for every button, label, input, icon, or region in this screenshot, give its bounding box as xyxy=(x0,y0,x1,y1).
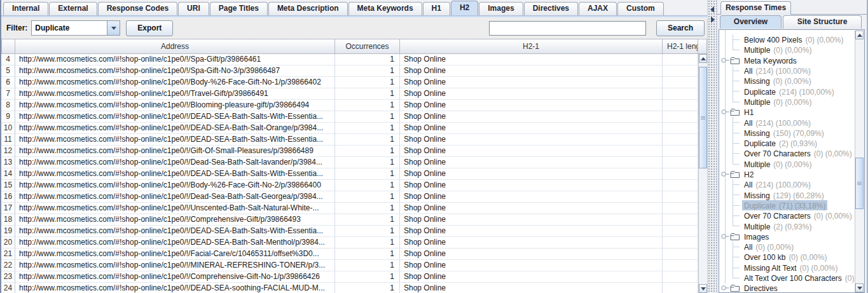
tree-item[interactable]: All(214) (100,00%) xyxy=(719,179,854,189)
table-row[interactable]: 19 http://www.mcosmetics.com/#!shop-onli… xyxy=(1,226,698,237)
tab-response-times[interactable]: Response Times xyxy=(720,1,791,15)
table-row[interactable]: 11 http://www.mcosmetics.com/#!shop-onli… xyxy=(1,134,698,146)
tree-item[interactable]: Multiple(0) (0,00%) xyxy=(719,44,854,55)
tree-item[interactable]: Multiple(0) (0,00%) xyxy=(719,159,854,169)
collapse-left-icon[interactable] xyxy=(710,6,714,13)
tree-item[interactable]: Over 70 Characters(0) (0,00%) xyxy=(719,210,854,221)
column-header-occurrences[interactable]: Occurrences xyxy=(335,39,400,54)
tree-item[interactable]: All(0) (0,00%) xyxy=(719,242,854,252)
column-header-rownum[interactable] xyxy=(1,39,15,54)
cell-h2-1-length xyxy=(663,123,698,134)
tree-item[interactable]: H1 xyxy=(719,107,854,117)
tree-item[interactable]: All(214) (100,00%) xyxy=(719,117,854,127)
table-row[interactable]: 22 http://www.mcosmetics.com/#!shop-onli… xyxy=(1,260,698,271)
table-row[interactable]: 17 http://www.mcosmetics.com/#!shop-onli… xyxy=(1,203,698,214)
main-tab[interactable]: Page Titles xyxy=(210,2,268,15)
main-tab[interactable]: H2 xyxy=(451,1,478,15)
main-tab[interactable]: H1 xyxy=(423,2,450,15)
table-row[interactable]: 23 http://www.mcosmetics.com/#!shop-onli… xyxy=(1,271,698,283)
search-input[interactable] xyxy=(489,21,646,36)
main-tab[interactable]: External xyxy=(49,2,97,15)
table-row[interactable]: 10 http://www.mcosmetics.com/#!shop-onli… xyxy=(1,123,698,134)
table-row[interactable]: 14 http://www.mcosmetics.com/#!shop-onli… xyxy=(1,168,698,180)
export-button[interactable]: Export xyxy=(126,20,173,36)
tree-scrollbar-thumb[interactable] xyxy=(855,158,864,209)
tree-item[interactable]: Directives xyxy=(719,283,854,292)
expand-handle-icon[interactable] xyxy=(720,170,729,179)
tree-item[interactable]: All(214) (100,00%) xyxy=(719,65,854,76)
filter-label: Filter: xyxy=(6,24,27,32)
tree-item[interactable]: Below 400 Pixels(0) (0,00%) xyxy=(719,34,854,44)
table-row[interactable]: 5 http://www.mcosmetics.com/#!shop-onlin… xyxy=(1,65,698,77)
tree-item[interactable]: Missing(0) (0,00%) xyxy=(719,76,854,86)
cell-occurrences: 1 xyxy=(335,157,400,168)
expand-handle-icon[interactable] xyxy=(720,283,729,292)
expand-handle-icon[interactable] xyxy=(720,232,729,241)
tree-scroll-down-icon[interactable] xyxy=(855,283,864,292)
table-row[interactable]: 20 http://www.mcosmetics.com/#!shop-onli… xyxy=(1,237,698,249)
cell-h2-1: Shop Online xyxy=(400,134,663,146)
main-tab[interactable]: Internal xyxy=(3,2,48,15)
tree-scrollbar[interactable] xyxy=(855,31,864,292)
main-tab[interactable]: Directives xyxy=(524,2,578,15)
tree-item[interactable]: Missing(150) (70,09%) xyxy=(719,128,854,138)
table-row[interactable]: 13 http://www.mcosmetics.com/#!shop-onli… xyxy=(1,157,698,168)
dropdown-arrow-icon[interactable] xyxy=(107,21,120,35)
table-row[interactable]: 16 http://www.mcosmetics.com/#!shop-onli… xyxy=(1,191,698,203)
search-button[interactable]: Search xyxy=(656,20,705,36)
tree-tick-line xyxy=(733,50,740,50)
tree-item[interactable]: Meta Keywords xyxy=(719,55,854,65)
expand-handle-icon[interactable] xyxy=(720,56,729,65)
main-tab[interactable]: Custom xyxy=(617,2,664,15)
tree-item[interactable]: Over 100 kb(0) (0,00%) xyxy=(719,252,854,262)
folder-icon xyxy=(730,233,740,241)
table-row[interactable]: 12 http://www.mcosmetics.com/#!shop-onli… xyxy=(1,146,698,157)
scroll-up-arrow-icon[interactable] xyxy=(699,54,707,63)
table-scrollbar-thumb[interactable] xyxy=(699,67,707,168)
table-row[interactable]: 8 http://www.mcosmetics.com/#!shop-onlin… xyxy=(1,100,698,111)
tree-item[interactable]: H2 xyxy=(719,169,854,179)
table-row[interactable]: 21 http://www.mcosmetics.com/#!shop-onli… xyxy=(1,249,698,260)
main-tab[interactable]: Response Codes xyxy=(98,2,177,15)
panel-splitter[interactable] xyxy=(707,0,717,293)
table-row[interactable]: 18 http://www.mcosmetics.com/#!shop-onli… xyxy=(1,214,698,226)
collapse-right-icon[interactable] xyxy=(711,17,715,23)
tree-item[interactable]: Over 70 Characters(0) (0,00%) xyxy=(719,148,854,158)
tree-item[interactable]: Missing(129) (60,28%) xyxy=(719,189,854,200)
cell-rownum: 9 xyxy=(1,111,15,123)
tree-item[interactable]: Duplicate(214) (100,00%) xyxy=(719,86,854,96)
table-row[interactable]: 15 http://www.mcosmetics.com/#!shop-onli… xyxy=(1,180,698,191)
tree-item[interactable]: Missing Alt Text(0) (0,00%) xyxy=(719,262,854,273)
tree-item[interactable]: Duplicate(71) (33,18%) xyxy=(719,200,854,210)
tree-item[interactable]: Alt Text Over 100 Characters(0) (0,00%) xyxy=(719,273,854,283)
main-tab[interactable]: AJAX xyxy=(579,2,617,15)
column-header-h2-1-length[interactable]: H2-1 leng xyxy=(663,39,698,54)
filter-dropdown[interactable]: Duplicate xyxy=(31,20,120,36)
cell-address: http://www.mcosmetics.com/#!shop-online/… xyxy=(15,134,335,146)
column-header-address[interactable]: Address xyxy=(15,39,335,54)
main-tab-bar: InternalExternalResponse CodesURIPage Ti… xyxy=(1,0,707,15)
table-row[interactable]: 7 http://www.mcosmetics.com/#!shop-onlin… xyxy=(1,88,698,100)
table-row[interactable]: 4 http://www.mcosmetics.com/#!shop-onlin… xyxy=(1,54,698,65)
table-row[interactable]: 9 http://www.mcosmetics.com/#!shop-onlin… xyxy=(1,111,698,123)
table-scrollbar[interactable] xyxy=(698,54,707,293)
tree-item[interactable]: Multiple(0) (0,00%) xyxy=(719,97,854,107)
table-row[interactable]: 6 http://www.mcosmetics.com/#!shop-onlin… xyxy=(1,77,698,88)
scroll-down-arrow-icon[interactable] xyxy=(699,284,707,293)
main-tab[interactable]: Meta Description xyxy=(268,2,348,15)
tree-item[interactable]: Multiple(2) (0,93%) xyxy=(719,221,854,231)
column-header-h2-1[interactable]: H2-1 xyxy=(400,39,663,54)
table-row[interactable]: 24 http://www.mcosmetics.com/#!shop-onli… xyxy=(1,283,698,293)
tree-item[interactable]: Duplicate(2) (0,93%) xyxy=(719,138,854,148)
tab-overview[interactable]: Overview xyxy=(720,15,782,29)
expand-handle-icon[interactable] xyxy=(720,107,729,116)
tree-item-count: (150) (70,09%) xyxy=(773,129,824,138)
tree-item[interactable]: Images xyxy=(719,231,854,242)
cell-occurrences: 1 xyxy=(335,77,400,88)
tab-site-structure[interactable]: Site Structure xyxy=(783,15,862,29)
tree-scroll-up-icon[interactable] xyxy=(855,31,864,39)
main-tab[interactable]: Images xyxy=(479,2,523,15)
main-tab[interactable]: Meta Keywords xyxy=(348,2,422,15)
main-tab[interactable]: URI xyxy=(178,2,209,15)
cell-occurrences: 1 xyxy=(335,123,400,134)
